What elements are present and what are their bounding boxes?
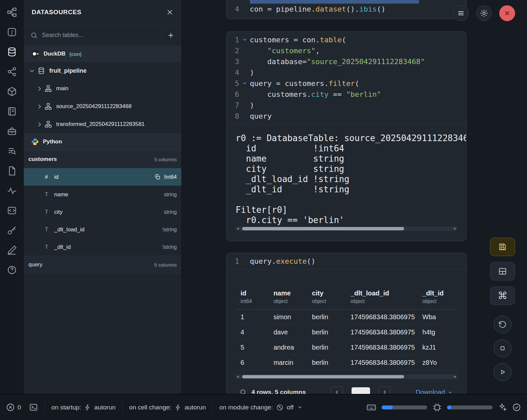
layout-button[interactable] bbox=[490, 262, 515, 281]
download-button[interactable]: Download bbox=[416, 389, 453, 394]
stop-icon bbox=[499, 344, 507, 352]
tree-label: source_202504291112283468 bbox=[56, 103, 132, 110]
file-tree-icon[interactable] bbox=[6, 7, 18, 18]
code-cell-connection[interactable]: 4 con = pipeline.dataset().ibis() bbox=[226, 0, 467, 19]
save-button[interactable] bbox=[490, 238, 515, 256]
code-cell-execute[interactable]: 1query.execute() idint64 nameobject city… bbox=[226, 253, 467, 394]
scrollbar-thumb[interactable] bbox=[242, 227, 404, 230]
notebook-icon[interactable] bbox=[6, 106, 18, 117]
shutdown-button[interactable] bbox=[499, 5, 515, 21]
scrollbar-thumb[interactable] bbox=[242, 375, 404, 378]
table-row[interactable]: 5andreaberlin1745968348.3806975kzJ1 bbox=[236, 340, 458, 355]
add-datasource-button[interactable] bbox=[167, 31, 175, 39]
on-cell-change-setting[interactable]: on cell change: autorun bbox=[129, 404, 206, 411]
dataframe-table: idint64 nameobject cityobject _dlt_load_… bbox=[236, 284, 458, 370]
duckdb-connection[interactable]: DuckDB (con) bbox=[24, 46, 181, 62]
copy-icon[interactable] bbox=[154, 174, 161, 180]
table-row[interactable]: 4daveberlin1745968348.3806975h4tg bbox=[236, 325, 458, 340]
horizontal-scrollbar[interactable]: ◀ ▶ bbox=[236, 374, 457, 379]
keyboard-activity-meter[interactable] bbox=[382, 405, 427, 409]
search-rows-icon[interactable] bbox=[240, 389, 247, 394]
row-count-summary: 4 rows, 5 columns bbox=[251, 389, 306, 394]
table-row[interactable]: 1simonberlin1745968348.3806975Wba bbox=[236, 310, 458, 325]
python-logo-icon bbox=[31, 138, 39, 146]
close-panel-button[interactable] bbox=[166, 9, 173, 16]
table-row[interactable]: 6marcinberlin1745968348.3806975z8Yo bbox=[236, 355, 458, 370]
datasources-icon[interactable] bbox=[6, 46, 18, 57]
on-module-change-value: off bbox=[287, 404, 294, 411]
line-number: 2 bbox=[227, 45, 239, 56]
close-icon bbox=[166, 9, 173, 16]
line-number: 6 bbox=[227, 89, 239, 100]
packages-icon[interactable] bbox=[6, 86, 18, 97]
column-row-dlt-id[interactable]: T _dlt_id !string bbox=[24, 238, 181, 256]
search-icon bbox=[30, 32, 38, 39]
tree-item-transformed-schema[interactable]: transformed_202504291112283581 bbox=[24, 115, 181, 133]
column-row-id[interactable]: # id !int64 bbox=[24, 168, 181, 186]
selection-highlight bbox=[250, 0, 419, 4]
fold-chevron-icon[interactable] bbox=[243, 81, 246, 85]
previous-page-button[interactable] bbox=[331, 386, 343, 394]
tree-item-main[interactable]: main bbox=[24, 80, 181, 97]
line-number: 1 bbox=[227, 256, 239, 267]
on-cell-change-label: on cell change: bbox=[129, 404, 171, 411]
fold-chevron-icon[interactable] bbox=[243, 38, 246, 41]
function-icon[interactable]: f bbox=[6, 26, 18, 38]
dependency-graph-icon[interactable] bbox=[6, 66, 18, 77]
column-row-city[interactable]: T city string bbox=[24, 203, 181, 221]
secrets-key-icon[interactable] bbox=[6, 225, 18, 236]
scroll-right-icon[interactable]: ▶ bbox=[453, 374, 457, 379]
chevron-right-icon bbox=[37, 104, 41, 109]
horizontal-scrollbar[interactable]: ◀ ▶ bbox=[236, 226, 457, 231]
text-type-icon: T bbox=[45, 244, 54, 250]
search-tables-input[interactable] bbox=[42, 32, 157, 39]
engine-name: DuckDB bbox=[44, 51, 65, 57]
column-dtype: string bbox=[164, 192, 177, 198]
scroll-left-icon[interactable]: ◀ bbox=[236, 226, 240, 231]
document-icon[interactable] bbox=[6, 165, 18, 176]
command-palette-button[interactable]: ⌘ bbox=[490, 286, 515, 305]
undo-button[interactable] bbox=[494, 316, 511, 333]
help-icon[interactable] bbox=[6, 264, 18, 276]
tree-item-source-schema[interactable]: source_202504291112283468 bbox=[24, 97, 181, 115]
pen-icon[interactable] bbox=[6, 245, 18, 256]
on-startup-label: on startup: bbox=[52, 404, 81, 411]
marimo-app: f DATASOURCES DuckDB (con) bbox=[0, 0, 527, 420]
next-page-button[interactable] bbox=[379, 386, 391, 394]
cell-output: r0 := DatabaseTable: source_202504291112… bbox=[227, 124, 466, 241]
table-query[interactable]: query 5 columns bbox=[24, 256, 181, 274]
cpu-usage-meter[interactable] bbox=[447, 405, 493, 409]
save-icon bbox=[498, 243, 507, 251]
menu-button[interactable] bbox=[453, 5, 469, 21]
chevron-right-icon bbox=[382, 390, 387, 394]
python-section[interactable]: Python bbox=[24, 133, 181, 150]
terminal-button[interactable] bbox=[29, 403, 38, 412]
cpu-icon bbox=[433, 403, 442, 412]
scratchpad-icon[interactable] bbox=[6, 205, 18, 216]
tree-item-fruit-pipeline[interactable]: fruit_pipeline bbox=[24, 62, 181, 80]
tracing-icon[interactable] bbox=[6, 185, 18, 196]
on-startup-setting[interactable]: on startup: autorun bbox=[52, 404, 116, 411]
scroll-left-icon[interactable]: ◀ bbox=[236, 374, 240, 379]
scroll-right-icon[interactable]: ▶ bbox=[453, 226, 457, 231]
datasources-panel: DATASOURCES DuckDB (con) fruit_pipeline … bbox=[24, 0, 182, 394]
search-outline-icon[interactable] bbox=[6, 145, 18, 157]
notebook-area: 4 con = pipeline.dataset().ibis() 1custo… bbox=[182, 0, 527, 394]
stop-button[interactable] bbox=[494, 339, 511, 357]
ai-sparkles-icon[interactable] bbox=[498, 403, 507, 412]
connected-status-icon[interactable] bbox=[512, 403, 521, 412]
code-text[interactable]: con = pipeline.dataset().ibis() bbox=[250, 4, 386, 15]
code-editor[interactable]: 1customers = con.table( 2 "customers", 3… bbox=[227, 32, 466, 124]
table-customers[interactable]: customers 5 columns bbox=[24, 150, 181, 168]
toolbox-icon[interactable] bbox=[6, 126, 18, 137]
code-cell-query[interactable]: 1customers = con.table( 2 "customers", 3… bbox=[226, 31, 467, 241]
settings-button[interactable] bbox=[476, 5, 492, 21]
column-row-dlt-load-id[interactable]: T _dlt_load_id !string bbox=[24, 221, 181, 238]
error-indicator[interactable]: 0 bbox=[6, 403, 21, 412]
code-editor[interactable]: 1query.execute() bbox=[227, 253, 466, 270]
column-row-name[interactable]: T name string bbox=[24, 186, 181, 203]
activity-bar: f bbox=[0, 0, 24, 394]
on-module-change-setting[interactable]: on module change: off bbox=[219, 404, 302, 411]
duckdb-logo-icon bbox=[31, 50, 40, 58]
run-button[interactable] bbox=[494, 363, 511, 381]
